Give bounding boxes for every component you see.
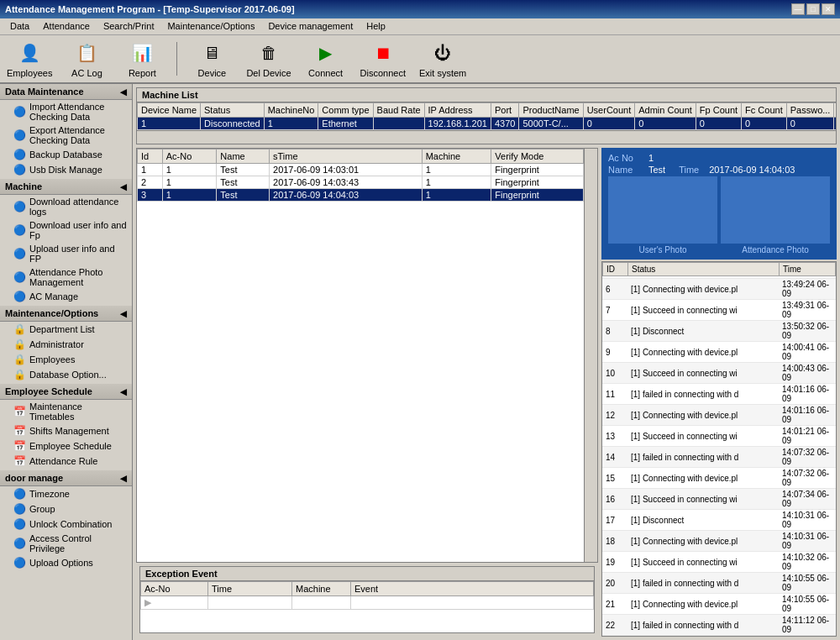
sidebar-item-download-user[interactable]: 🔵Download user info and Fp [0,218,132,242]
close-button[interactable]: ✕ [822,3,835,15]
sidebar-item-photo-mgmt[interactable]: 🔵Attendance Photo Management [0,265,132,289]
sidebar-section-header-schedule[interactable]: Employee Schedule ◀ [0,384,132,400]
menu-search-print[interactable]: Search/Print [97,20,161,33]
col-port: Port [491,103,518,118]
col-baud-rate: Baud Rate [373,103,424,118]
sidebar-item-shifts[interactable]: 📅Shifts Management [0,423,132,438]
separator-1 [176,42,177,76]
sidebar-item-upload-opts[interactable]: 🔵Upload Options [0,555,132,570]
collapse-maintenance[interactable]: ◀ [120,309,127,318]
info-name-label: Name [608,165,642,175]
menu-data[interactable]: Data [3,20,36,33]
ac-log-button[interactable]: 📋 AC Log [66,39,108,78]
menu-attendance[interactable]: Attendance [36,20,97,33]
rec-col-machine: Machine [422,150,491,164]
exc-col-time: Time [208,582,292,596]
device-button[interactable]: 🖥 Device [191,39,233,78]
disconnect-label: Disconnect [360,68,406,78]
maximize-button[interactable]: □ [806,3,820,15]
employees-button[interactable]: 👤 Employees [7,39,52,78]
records-vscroll[interactable] [584,149,597,562]
user-photo-placeholder [608,176,717,244]
minimize-button[interactable]: — [791,3,805,15]
main-layout: Data Maintenance ◀ 🔵Import Attendance Ch… [0,84,840,640]
table-row[interactable]: 1 Disconnected 1 Ethernet 192.168.1.201 … [138,118,837,130]
menu-device-management[interactable]: Device management [261,20,360,33]
log-row: 6[1] Connecting with device.pl13:49:24 0… [602,279,836,300]
user-photo-box [608,176,717,244]
collapse-door[interactable]: ◀ [120,474,127,483]
info-name-value: Test [648,165,665,175]
sidebar-item-ac-manage[interactable]: 🔵AC Manage [0,289,132,304]
machine-list-header: Device Name Status MachineNo Comm type B… [138,103,837,118]
report-button[interactable]: 📊 Report [121,39,163,78]
download-logs-icon: 🔵 [13,201,26,212]
sidebar-item-group[interactable]: 🔵Group [0,501,132,517]
table-row[interactable]: 2 1 Test 2017-06-09 14:03:43 1 Fingerpri… [138,176,584,189]
log-row: 16[1] Succeed in connecting wi14:07:34 0… [602,489,836,510]
menu-maintenance[interactable]: Maintenance/Options [160,20,261,33]
sidebar-item-import[interactable]: 🔵Import Attendance Checking Data [0,100,132,123]
right-panel: Ac No 1 Name Test Time 2017-06-09 14:04:… [601,148,837,637]
sidebar-section-header-machine[interactable]: Machine ◀ [0,179,132,195]
sidebar: Data Maintenance ◀ 🔵Import Attendance Ch… [0,84,133,640]
ac-log-icon: 📋 [73,39,100,66]
disconnect-button[interactable]: ⏹ Disconnect [360,39,406,78]
cell-port: 4370 [491,118,518,130]
sidebar-item-employees[interactable]: 🔒Employees [0,352,132,367]
sidebar-item-timetables[interactable]: 📅Maintenance Timetables [0,400,132,423]
sidebar-item-download-logs[interactable]: 🔵Download attendance logs [0,195,132,218]
sidebar-section-header-maintenance[interactable]: Maintenance/Options ◀ [0,306,132,322]
sidebar-section-header-data-maintenance[interactable]: Data Maintenance ◀ [0,84,132,100]
log-row: 19[1] Succeed in connecting wi14:10:32 0… [602,552,836,573]
sidebar-item-access-ctrl[interactable]: 🔵Access Control Privilege [0,532,132,555]
machine-list-hscroll[interactable] [137,130,836,144]
info-time-value: 2017-06-09 14:04:03 [709,165,795,175]
info-row-name: Name Test Time 2017-06-09 14:04:03 [608,165,830,175]
sidebar-item-admin[interactable]: 🔒Administrator [0,337,132,352]
photo-section [608,176,830,244]
rec-machine-1: 1 [422,164,491,176]
table-row[interactable]: 3 1 Test 2017-06-09 14:04:03 1 Fingerpri… [138,189,584,202]
log-table-wrapper[interactable]: 3[1] failed in connecting with d13:38:26… [602,276,836,636]
del-device-button[interactable]: 🗑 Del Device [246,39,291,78]
machine-list-section: Machine List Device Name Status MachineN… [136,87,837,144]
sidebar-item-backup[interactable]: 🔵Backup Database [0,147,132,162]
report-icon: 📊 [129,39,155,66]
rec-time-1: 2017-06-09 14:03:01 [270,164,423,176]
cell-ip: 192.168.1.201 [424,118,491,130]
exit-system-label: Exit system [419,68,466,78]
rec-machine-3: 1 [422,189,491,202]
sidebar-section-schedule: Employee Schedule ◀ 📅Maintenance Timetab… [0,384,132,469]
employees-sidebar-icon: 🔒 [13,354,26,365]
sidebar-item-usb[interactable]: 🔵Usb Disk Manage [0,162,132,177]
log-header: ID Status Time [603,263,836,276]
cell-machine-no: 1 [264,118,318,130]
machine-list-title: Machine List [137,88,836,102]
connect-button[interactable]: ▶ Connect [305,39,347,78]
sidebar-section-header-door[interactable]: door manage ◀ [0,470,132,486]
del-device-label: Del Device [246,68,291,78]
sidebar-item-emp-schedule[interactable]: 📅Employee Schedule [0,438,132,454]
sidebar-item-dept[interactable]: 🔒Department List [0,322,132,337]
col-log-count: Log Count [834,103,836,118]
collapse-machine[interactable]: ◀ [120,182,127,191]
sidebar-item-export[interactable]: 🔵Export Attendance Checking Data [0,123,132,147]
sidebar-item-upload-user[interactable]: 🔵Upload user info and FP [0,242,132,265]
cell-comm-type: Ethernet [318,118,373,130]
sidebar-item-unlock[interactable]: 🔵Unlock Combination [0,517,132,532]
window-controls[interactable]: — □ ✕ [791,3,835,15]
sidebar-item-db-option[interactable]: 🔒Database Option... [0,367,132,382]
collapse-schedule[interactable]: ◀ [120,387,127,396]
sidebar-item-timezone[interactable]: 🔵Timezone [0,486,132,501]
sidebar-item-att-rule[interactable]: 📅Attendance Rule [0,454,132,469]
photo-mgmt-icon: 🔵 [13,271,26,283]
machine-list-table: Device Name Status MachineNo Comm type B… [137,102,836,130]
menu-help[interactable]: Help [360,20,392,33]
collapse-data-maintenance[interactable]: ◀ [120,87,127,97]
exception-section: Exception Event Ac-No Time Machine Event [139,566,595,633]
exit-system-button[interactable]: ⏻ Exit system [419,39,466,78]
table-row[interactable]: 1 1 Test 2017-06-09 14:03:01 1 Fingerpri… [138,164,584,176]
rec-col-time: sTime [270,150,423,164]
rec-id-2: 2 [138,176,163,189]
